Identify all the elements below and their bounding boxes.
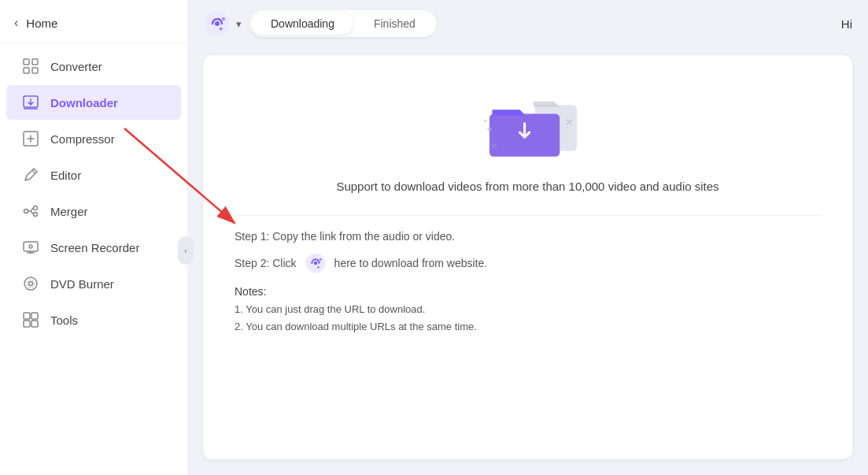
top-bar: + ▾ Downloading Finished Hi [187, 0, 868, 47]
step2-line: Step 2: Click + here to download from we… [235, 252, 821, 274]
svg-rect-0 [24, 59, 29, 65]
sidebar-item-converter[interactable]: Converter [6, 49, 181, 83]
step2-icon: + [305, 252, 327, 274]
steps-section: Step 1: Copy the link from the audio or … [235, 215, 821, 336]
dvd-burner-icon [22, 275, 39, 292]
compressor-label: Compressor [50, 132, 115, 146]
sidebar-item-tools[interactable]: Tools [6, 302, 181, 337]
sidebar-item-merger[interactable]: Merger [6, 194, 181, 228]
back-chevron-icon: ‹ [14, 16, 18, 30]
logo-icon: + [203, 9, 231, 38]
svg-rect-3 [32, 68, 38, 73]
sidebar-home[interactable]: ‹ Home [0, 6, 187, 41]
dvd-burner-label: DVD Burner [50, 277, 114, 291]
svg-text:+: + [316, 264, 319, 269]
top-bar-left: + ▾ Downloading Finished [203, 9, 437, 38]
folder-illustration [473, 79, 583, 165]
svg-point-23 [487, 127, 491, 131]
svg-rect-10 [24, 242, 38, 251]
sidebar-item-compressor[interactable]: Compressor [6, 121, 181, 156]
svg-rect-18 [31, 321, 38, 327]
tools-label: Tools [50, 314, 78, 327]
svg-rect-16 [31, 313, 38, 319]
sidebar-item-screen-recorder[interactable]: Screen Recorder [6, 230, 181, 265]
svg-rect-2 [24, 68, 29, 73]
svg-point-28 [319, 258, 321, 260]
downloader-icon [22, 94, 39, 111]
tab-downloading[interactable]: Downloading [252, 13, 353, 35]
svg-text:+: + [219, 25, 223, 33]
editor-label: Editor [50, 169, 81, 182]
sidebar-item-editor[interactable]: Editor [6, 158, 181, 192]
step2-suffix: here to download from website. [334, 257, 488, 269]
main-content: + ▾ Downloading Finished Hi [187, 0, 868, 475]
home-label: Home [26, 17, 57, 30]
step2-prefix: Step 2: Click [235, 257, 297, 269]
steps-wrapper: Step 1: Copy the link from the audio or … [235, 215, 821, 336]
top-bar-hi: Hi [841, 17, 852, 31]
editor-icon [22, 166, 39, 184]
download-card: Support to download videos from more tha… [203, 55, 852, 459]
app-logo: + ▾ [203, 9, 242, 38]
logo-dropdown-icon[interactable]: ▾ [236, 18, 242, 30]
screen-recorder-label: Screen Recorder [50, 241, 139, 254]
svg-point-14 [27, 280, 35, 288]
tab-group: Downloading Finished [249, 10, 437, 37]
converter-icon [22, 58, 39, 75]
svg-point-24 [484, 120, 487, 123]
compressor-icon [22, 130, 39, 147]
svg-point-12 [24, 277, 37, 290]
step1-text: Step 1: Copy the link from the audio or … [235, 230, 455, 243]
downloader-label: Downloader [50, 96, 118, 109]
merger-label: Merger [50, 205, 88, 218]
converter-label: Converter [50, 60, 102, 73]
sidebar-item-dvd-burner[interactable]: DVD Burner [6, 266, 181, 301]
content-area: Support to download videos from more tha… [187, 47, 868, 475]
sidebar-item-downloader[interactable]: Downloader [6, 85, 181, 120]
sidebar-collapse-button[interactable]: ‹ [178, 236, 194, 265]
svg-point-21 [222, 17, 225, 20]
svg-point-11 [29, 245, 32, 248]
notes-section: Notes: 1. You can just drag the URL to d… [235, 285, 821, 336]
tab-finished[interactable]: Finished [355, 13, 434, 35]
step1-line: Step 1: Copy the link from the audio or … [235, 230, 821, 243]
svg-rect-15 [24, 313, 30, 319]
svg-rect-17 [24, 321, 30, 327]
sidebar-divider [0, 43, 187, 43]
note1: 1. You can just drag the URL to download… [235, 301, 821, 318]
merger-icon [22, 202, 39, 220]
tools-icon [22, 311, 39, 328]
svg-rect-1 [32, 59, 38, 65]
sidebar: ‹ Home Converter Downloader [0, 0, 187, 475]
support-text: Support to download videos from more tha… [336, 178, 718, 196]
screen-recorder-icon [22, 239, 39, 256]
notes-title: Notes: [235, 285, 821, 298]
svg-point-13 [29, 282, 33, 286]
note2: 2. You can download multiple URLs at the… [235, 318, 821, 336]
